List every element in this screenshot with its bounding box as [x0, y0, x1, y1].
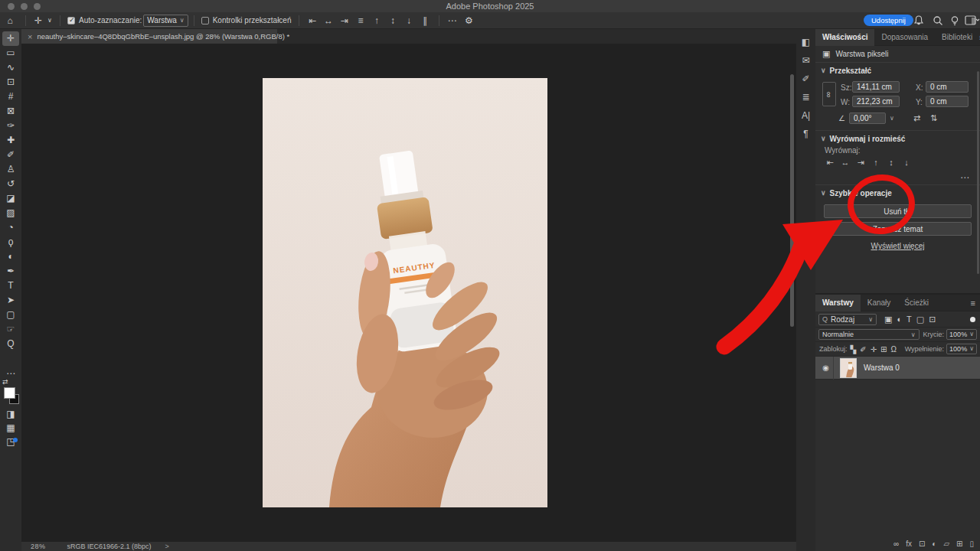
shape-tool[interactable]: ▢ — [2, 308, 19, 322]
swap-colors-icon[interactable]: ⇄ — [2, 378, 8, 386]
align-more-icon[interactable]: ⋯ — [815, 172, 980, 183]
gear-icon[interactable]: ⚙ — [460, 12, 479, 29]
healing-brush-tool[interactable]: ✚ — [2, 133, 19, 148]
align-top-icon[interactable]: ↑ — [871, 158, 881, 168]
close-window-icon[interactable] — [8, 3, 15, 10]
adjustment-filter-icon[interactable]: ◐ — [897, 315, 902, 324]
align-left-icon[interactable]: ⇤ — [825, 158, 835, 168]
align-top-icon[interactable]: ↑ — [369, 15, 385, 26]
share-button[interactable]: Udostępnij — [864, 15, 913, 26]
layer-thumbnail[interactable] — [840, 358, 857, 378]
lock-all-icon[interactable]: Ω — [890, 345, 896, 354]
color-panel-icon[interactable]: ◧ — [799, 37, 814, 47]
canvas-pasteboard[interactable]: NEAUTHY — [21, 44, 796, 542]
move-tool[interactable]: ✛ — [2, 31, 19, 46]
align-v-center-icon[interactable]: ↕ — [385, 15, 401, 26]
zoom-level[interactable]: 28% — [31, 543, 46, 550]
foreground-color-swatch[interactable] — [4, 387, 15, 399]
brushes-panel-icon[interactable]: ≣ — [799, 92, 814, 103]
zoom-window-icon[interactable] — [34, 3, 41, 10]
pixel-filter-icon[interactable]: ▣ — [884, 315, 892, 324]
object-selection-tool[interactable]: ⊡ — [2, 75, 19, 90]
search-icon[interactable] — [932, 15, 944, 27]
screen-mode-icon[interactable]: ▦ — [0, 422, 21, 433]
comments-panel-icon[interactable]: ✉ — [799, 55, 814, 66]
layer-name[interactable]: Warstwa 0 — [864, 364, 900, 372]
lock-transparency-icon[interactable]: ▚ — [851, 345, 857, 354]
fill-input[interactable]: 100% ∨ — [946, 344, 977, 354]
layer-mask-icon[interactable]: ⊡ — [919, 540, 925, 548]
align-left-icon[interactable]: ⇤ — [305, 15, 321, 26]
minimize-window-icon[interactable] — [21, 3, 28, 10]
bell-icon[interactable] — [913, 15, 925, 27]
home-icon[interactable]: ⌂ — [0, 12, 20, 29]
filter-toggle[interactable] — [970, 317, 975, 322]
layer-effects-icon[interactable]: fx — [906, 540, 912, 548]
more-tools-icon[interactable]: ⋯ — [0, 368, 21, 379]
link-dimensions-button[interactable]: ∞ — [822, 82, 836, 106]
quick-mask-icon[interactable]: ◨ — [0, 409, 21, 419]
tab-adjustments[interactable]: Dopasowania — [874, 29, 935, 46]
height-input[interactable]: 212,23 cm — [852, 96, 900, 107]
clone-stamp-tool[interactable]: ♙ — [2, 162, 19, 177]
remove-background-button[interactable]: Usuń tło — [824, 204, 972, 218]
close-tab-icon[interactable]: × — [28, 32, 32, 41]
transform-controls-checkbox[interactable] — [201, 17, 209, 24]
brush-settings-panel-icon[interactable]: ✐ — [799, 73, 814, 84]
hand-tool[interactable]: ☞ — [2, 322, 19, 337]
panel-menu-icon[interactable]: ≡ — [971, 298, 975, 308]
move-tool-icon[interactable]: ✛ — [31, 12, 45, 29]
layer-row-warstwa-0[interactable]: ◉ Warstwa 0 — [815, 357, 980, 380]
status-chevron-icon[interactable]: > — [165, 543, 169, 550]
align-h-center-icon[interactable]: ↔ — [321, 15, 337, 26]
paragraph-panel-icon[interactable]: ¶ — [799, 129, 814, 139]
delete-layer-icon[interactable]: ▯ — [969, 540, 974, 548]
crop-tool[interactable]: # — [2, 90, 19, 104]
document-canvas[interactable]: NEAUTHY — [263, 78, 547, 507]
lock-artboard-icon[interactable]: ⊞ — [880, 345, 887, 354]
quick-actions-section-header[interactable]: ∨ Szybkie operacje — [815, 185, 980, 201]
align-section-header[interactable]: ∨ Wyrównaj i rozmieść — [815, 131, 980, 146]
eraser-tool[interactable]: ◪ — [2, 191, 19, 206]
marquee-tool[interactable]: ▭ — [2, 46, 19, 60]
new-group-icon[interactable]: ▱ — [943, 540, 949, 548]
show-more-link[interactable]: Wyświetl więcej — [815, 242, 980, 250]
x-input[interactable]: 0 cm — [926, 81, 969, 93]
y-input[interactable]: 0 cm — [926, 96, 969, 107]
distribute-v-icon[interactable]: ∥ — [417, 15, 433, 26]
window-controls[interactable] — [8, 3, 41, 10]
align-right-icon[interactable]: ⇥ — [855, 158, 866, 168]
lock-pixels-icon[interactable]: ✐ — [860, 345, 866, 354]
brush-tool[interactable]: ✐ — [2, 148, 19, 162]
tab-channels[interactable]: Kanały — [861, 295, 898, 311]
history-brush-tool[interactable]: ↺ — [2, 177, 19, 191]
auto-select-checkbox[interactable] — [67, 17, 75, 24]
adjustment-layer-icon[interactable]: ◐ — [932, 540, 936, 548]
lock-position-icon[interactable]: ✛ — [871, 345, 877, 354]
opacity-input[interactable]: 100% ∨ — [946, 329, 977, 340]
blur-tool[interactable]: ◔ — [2, 220, 19, 235]
flip-vertical-icon[interactable]: ⇅ — [930, 113, 937, 123]
more-options-icon[interactable]: ⋯ — [445, 12, 460, 29]
align-right-icon[interactable]: ⇥ — [337, 15, 353, 26]
discover-bulb-icon[interactable] — [949, 15, 961, 27]
eyedropper-tool[interactable]: ✑ — [2, 119, 19, 133]
properties-scrollbar[interactable] — [977, 71, 979, 274]
tab-libraries[interactable]: Biblioteki — [935, 29, 979, 46]
width-input[interactable]: 141,11 cm — [852, 81, 900, 93]
align-bottom-icon[interactable]: ↓ — [401, 15, 417, 26]
align-bottom-icon[interactable]: ↓ — [901, 158, 912, 168]
tab-properties[interactable]: Właściwości — [815, 29, 874, 46]
chevron-down-icon[interactable]: ∨ — [890, 115, 894, 122]
dodge-tool[interactable]: ◐ — [2, 249, 19, 264]
shape-filter-icon[interactable]: ▢ — [916, 315, 924, 324]
link-layers-icon[interactable]: ∞ — [893, 540, 899, 548]
path-selection-tool[interactable]: ➤ — [2, 293, 19, 308]
align-v-center-icon[interactable]: ↕ — [886, 158, 897, 168]
align-h-center-icon[interactable]: ↔ — [840, 158, 851, 168]
select-subject-button[interactable]: Zaznacz temat — [824, 222, 972, 236]
type-filter-icon[interactable]: T — [906, 315, 912, 324]
auto-select-dropdown[interactable]: Warstwa ∨ — [143, 15, 188, 27]
share-image-icon[interactable]: ◳ — [0, 436, 21, 447]
frame-tool[interactable]: ⊠ — [2, 104, 19, 119]
